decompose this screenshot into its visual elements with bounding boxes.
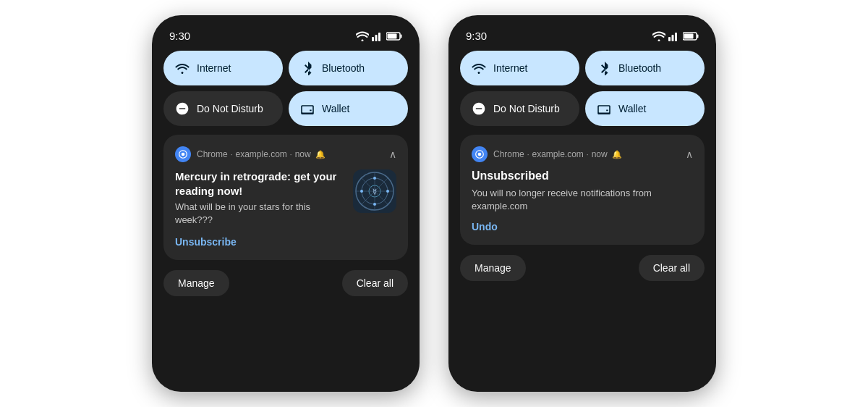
svg-rect-0 <box>372 37 374 41</box>
bluetooth-icon-right <box>598 61 610 75</box>
wifi-tile-icon-right <box>472 61 486 75</box>
notif-app-name-right: Chrome <box>493 149 524 159</box>
status-time-left: 9:30 <box>169 30 190 42</box>
tile-bluetooth-right[interactable]: Bluetooth <box>585 51 705 85</box>
battery-icon-left <box>386 32 402 41</box>
svg-rect-1 <box>375 35 378 41</box>
notif-text-left: Mercury in retrograde: get your reading … <box>175 169 346 248</box>
svg-point-6 <box>182 153 185 156</box>
wifi-status-icon-left <box>356 31 369 41</box>
quick-tiles-left: Internet Bluetooth Do Not Disturb <box>163 51 408 126</box>
notif-body-left: What will be in your stars for this week… <box>175 201 346 227</box>
tile-wallet-left[interactable]: Wallet <box>289 91 408 126</box>
tile-internet-right[interactable]: Internet <box>460 51 579 85</box>
tile-wallet-label-left: Wallet <box>322 103 349 114</box>
wifi-status-icon-right <box>652 31 665 41</box>
dnd-icon-right <box>472 101 486 116</box>
notif-source-right: example.com <box>532 149 583 159</box>
dnd-tile-icon-left <box>175 101 190 116</box>
bluetooth-icon-left <box>302 61 313 75</box>
svg-rect-19 <box>668 37 671 41</box>
phone-right: 9:30 Internet <box>448 15 716 392</box>
notification-card-left: Chrome · example.com · now 🔔 ∧ Mercury i… <box>163 135 408 260</box>
chrome-logo-right <box>475 149 485 159</box>
battery-icon-right <box>683 32 699 41</box>
chrome-logo-left <box>178 149 188 159</box>
notif-image-left: ☿ <box>353 169 396 213</box>
notif-title-left: Mercury in retrograde: get your reading … <box>175 169 346 198</box>
quick-tiles-right: Internet Bluetooth Do Not Disturb <box>460 51 705 126</box>
signal-icon-left <box>372 31 383 41</box>
manage-button-right[interactable]: Manage <box>460 255 526 281</box>
notif-header-right: Chrome · example.com · now 🔔 ∧ <box>472 146 693 162</box>
wallet-tile-icon-left <box>300 101 315 116</box>
tile-bluetooth-label-left: Bluetooth <box>322 62 365 74</box>
notif-action-left: Unsubscribe <box>175 235 346 248</box>
status-time-right: 9:30 <box>466 30 487 42</box>
notif-meta-left: Chrome · example.com · now 🔔 <box>197 149 326 159</box>
notif-header-left: Chrome · example.com · now 🔔 ∧ <box>175 146 396 162</box>
notif-meta-right: Chrome · example.com · now 🔔 <box>493 149 622 159</box>
dnd-tile-icon-right <box>472 101 486 116</box>
signal-icon-right <box>668 31 680 41</box>
svg-rect-21 <box>675 33 677 41</box>
wifi-icon-right <box>472 62 486 74</box>
phone-left: 9:30 <box>152 15 420 392</box>
astro-wheel-icon-left: ☿ <box>354 171 395 211</box>
wifi-tile-icon-left <box>175 61 190 75</box>
tile-dnd-left[interactable]: Do Not Disturb <box>163 91 283 126</box>
svg-point-25 <box>478 153 482 156</box>
status-icons-left <box>356 31 402 41</box>
svg-rect-20 <box>672 35 674 41</box>
mute-icon-left: 🔔 <box>315 150 326 159</box>
wallet-icon-right <box>597 103 611 114</box>
tile-bluetooth-left[interactable]: Bluetooth <box>289 51 408 85</box>
notif-header-right-content: Chrome · example.com · now 🔔 <box>472 146 622 162</box>
clear-all-button-right[interactable]: Clear all <box>639 255 705 281</box>
tile-dnd-right[interactable]: Do Not Disturb <box>460 91 579 126</box>
status-bar-left: 9:30 <box>163 30 408 51</box>
wallet-tile-icon-right <box>597 101 611 116</box>
unsubscribe-button-left[interactable]: Unsubscribe <box>175 236 237 248</box>
svg-rect-24 <box>697 34 699 38</box>
status-bar-right: 9:30 <box>460 30 705 51</box>
tile-internet-label-right: Internet <box>493 62 527 74</box>
notif-chevron-right[interactable]: ∧ <box>686 148 693 160</box>
status-icons-right <box>652 31 699 41</box>
svg-point-15 <box>373 203 376 206</box>
notif-app-name-left: Chrome <box>197 149 228 159</box>
svg-rect-2 <box>378 33 380 41</box>
notif-chevron-left[interactable]: ∧ <box>389 148 396 160</box>
chrome-icon-left <box>175 146 191 162</box>
svg-point-14 <box>373 177 376 180</box>
notif-content-right: Unsubscribed You will no longer receive … <box>472 169 693 233</box>
tile-dnd-label-left: Do Not Disturb <box>197 103 263 114</box>
chrome-icon-right <box>472 146 488 162</box>
svg-point-17 <box>386 190 389 193</box>
undo-button-right[interactable]: Undo <box>472 221 498 232</box>
bluetooth-tile-icon-right <box>597 61 611 75</box>
bluetooth-tile-icon-left <box>300 61 315 75</box>
notif-header-left-content: Chrome · example.com · now 🔔 <box>175 146 326 162</box>
tile-dnd-label-right: Do Not Disturb <box>493 103 560 114</box>
wifi-icon-left <box>175 62 190 74</box>
tile-internet-label-left: Internet <box>197 62 231 74</box>
tile-internet-left[interactable]: Internet <box>163 51 283 85</box>
tile-bluetooth-label-right: Bluetooth <box>618 62 661 74</box>
wallet-icon-left <box>300 103 315 114</box>
svg-rect-4 <box>388 33 397 38</box>
notif-source-left: example.com <box>235 149 286 159</box>
svg-rect-23 <box>684 33 694 38</box>
notif-time-left: now <box>295 149 311 159</box>
svg-text:☿: ☿ <box>373 188 377 196</box>
notif-title-right: Unsubscribed <box>472 169 693 182</box>
dnd-icon-left <box>175 101 190 116</box>
clear-all-button-left[interactable]: Clear all <box>342 270 408 296</box>
bottom-actions-right: Manage Clear all <box>460 252 705 281</box>
tile-wallet-right[interactable]: Wallet <box>585 91 705 126</box>
manage-button-left[interactable]: Manage <box>163 270 229 296</box>
notif-content-left: Mercury in retrograde: get your reading … <box>175 169 396 248</box>
notification-card-right: Chrome · example.com · now 🔔 ∧ Unsubscri… <box>460 135 705 245</box>
svg-rect-5 <box>401 34 402 38</box>
notif-time-right: now <box>592 149 608 159</box>
